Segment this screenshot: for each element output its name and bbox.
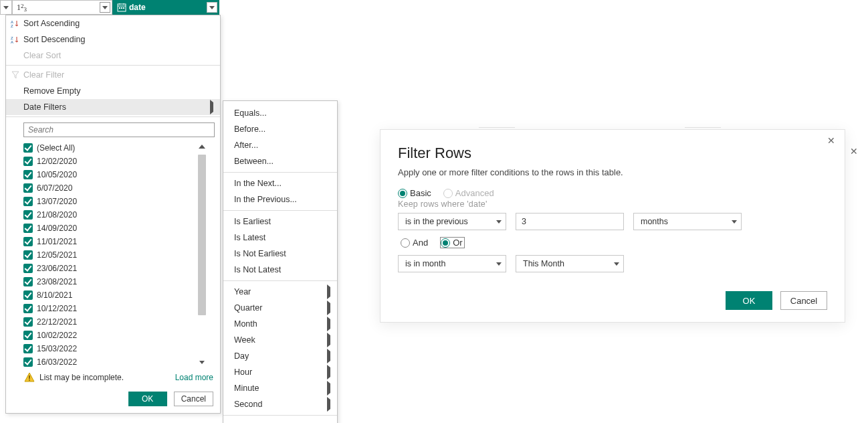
select-all-row[interactable]: (Select All): [23, 141, 207, 155]
list-item[interactable]: 13/07/2020: [23, 195, 207, 208]
filter-before[interactable]: Before...: [223, 121, 337, 137]
pane-close-icon[interactable]: ✕: [850, 146, 858, 157]
cond1-value-input[interactable]: 3: [516, 213, 624, 230]
column-header-row: 123 date: [0, 0, 219, 15]
column-date-dropdown[interactable]: [207, 2, 217, 13]
filter-custom[interactable]: Custom Filter...: [223, 418, 337, 423]
filter-is-latest[interactable]: Is Latest: [223, 230, 337, 246]
filter-equals[interactable]: Equals...: [223, 105, 337, 121]
chevron-right-icon: [327, 384, 330, 393]
scroll-thumb[interactable]: [198, 155, 206, 315]
chevron-right-icon: [327, 367, 330, 377]
checkbox-icon[interactable]: [23, 237, 33, 246]
checkbox-icon[interactable]: [23, 197, 33, 206]
filter-year[interactable]: Year: [223, 284, 337, 300]
load-more-link[interactable]: Load more: [175, 373, 213, 382]
column-index-dropdown[interactable]: [100, 2, 110, 13]
scroll-down-icon[interactable]: [197, 357, 207, 367]
checkbox-icon[interactable]: [23, 277, 33, 286]
svg-text:A: A: [11, 40, 13, 44]
filter-in-previous[interactable]: In the Previous...: [223, 191, 337, 207]
warning-text: List may be incomplete.: [39, 373, 124, 382]
filter-after[interactable]: After...: [223, 137, 337, 153]
checkbox-icon[interactable]: [23, 331, 33, 340]
ok-button[interactable]: OK: [128, 392, 167, 406]
checkbox-icon[interactable]: [23, 143, 33, 153]
list-item[interactable]: 6/07/2020: [23, 181, 207, 195]
list-item[interactable]: 22/12/2021: [23, 315, 207, 329]
cancel-button[interactable]: Cancel: [174, 392, 213, 406]
checkbox-icon[interactable]: [23, 290, 33, 300]
filter-quarter[interactable]: Quarter: [223, 300, 337, 316]
chevron-right-icon: [210, 102, 213, 112]
checkbox-icon[interactable]: [23, 250, 33, 260]
dialog-ok-button[interactable]: OK: [726, 291, 772, 310]
list-item[interactable]: 11/01/2021: [23, 235, 207, 248]
list-item[interactable]: 10/12/2021: [23, 302, 207, 315]
filter-month[interactable]: Month: [223, 316, 337, 332]
close-icon[interactable]: ✕: [826, 135, 837, 146]
dialog-cancel-button[interactable]: Cancel: [780, 291, 827, 310]
checkbox-icon[interactable]: [23, 157, 33, 166]
list-item[interactable]: 16/03/2022: [23, 355, 207, 367]
scroll-up-icon[interactable]: [197, 141, 207, 152]
list-item[interactable]: 12/05/2021: [23, 248, 207, 262]
mode-selector: Basic Advanced: [398, 188, 827, 198]
list-item[interactable]: 21/08/2020: [23, 208, 207, 222]
keep-rows-label: Keep rows where 'date': [398, 199, 827, 209]
calendar-icon: [117, 3, 126, 12]
checkbox-icon[interactable]: [23, 344, 33, 353]
sort-desc-icon: ZA: [10, 34, 21, 45]
checkbox-icon[interactable]: [23, 210, 33, 220]
checkbox-icon[interactable]: [23, 304, 33, 313]
checkbox-icon[interactable]: [23, 170, 33, 179]
cond2-value-select[interactable]: This Month: [516, 255, 624, 272]
filter-is-earliest[interactable]: Is Earliest: [223, 214, 337, 230]
remove-empty[interactable]: Remove Empty: [6, 83, 220, 99]
and-radio[interactable]: And: [401, 238, 428, 248]
scrollbar[interactable]: [197, 141, 207, 367]
date-filters[interactable]: Date Filters: [6, 99, 220, 115]
column-header-index[interactable]: 123: [12, 0, 112, 15]
filter-search[interactable]: [23, 122, 215, 137]
checkbox-icon[interactable]: [23, 264, 33, 273]
list-item[interactable]: 23/08/2021: [23, 275, 207, 288]
row-selector-header[interactable]: [0, 0, 12, 15]
filter-hour[interactable]: Hour: [223, 364, 337, 380]
cond1-unit-select[interactable]: months: [633, 213, 742, 230]
list-item[interactable]: 8/10/2021: [23, 288, 207, 302]
cond1-operator-select[interactable]: is in the previous: [398, 213, 506, 230]
svg-rect-6: [123, 7, 124, 9]
checkbox-icon[interactable]: [23, 224, 33, 233]
dialog-subtitle: Apply one or more filter conditions to t…: [398, 167, 827, 177]
checkbox-icon[interactable]: [23, 183, 33, 193]
filter-week[interactable]: Week: [223, 332, 337, 348]
dialog-title: Filter Rows: [398, 145, 827, 162]
filter-second[interactable]: Second: [223, 396, 337, 412]
basic-radio[interactable]: Basic: [398, 188, 431, 198]
checkbox-icon[interactable]: [23, 317, 33, 327]
checkbox-icon[interactable]: [23, 357, 33, 367]
sort-ascending[interactable]: AZ Sort Ascending: [6, 15, 220, 31]
list-item[interactable]: 15/03/2022: [23, 342, 207, 355]
or-radio[interactable]: Or: [440, 237, 464, 248]
list-item[interactable]: 14/09/2020: [23, 222, 207, 235]
and-or-selector: And Or: [401, 237, 827, 248]
list-item[interactable]: 23/06/2021: [23, 262, 207, 275]
column-filter-menu: AZ Sort Ascending ZA Sort Descending Cle…: [5, 15, 221, 414]
filter-is-not-latest[interactable]: Is Not Latest: [223, 262, 337, 278]
column-header-date[interactable]: date: [112, 0, 219, 15]
filter-day[interactable]: Day: [223, 348, 337, 364]
cond2-operator-select[interactable]: is in month: [398, 255, 506, 272]
list-item[interactable]: 10/05/2020: [23, 168, 207, 181]
search-input[interactable]: [24, 124, 214, 136]
radio-icon: [401, 238, 410, 248]
filter-between[interactable]: Between...: [223, 153, 337, 169]
filter-in-next[interactable]: In the Next...: [223, 175, 337, 191]
list-item[interactable]: 12/02/2020: [23, 155, 207, 168]
list-item[interactable]: 10/02/2022: [23, 329, 207, 342]
filter-minute[interactable]: Minute: [223, 380, 337, 396]
filter-is-not-earliest[interactable]: Is Not Earliest: [223, 246, 337, 262]
sort-descending[interactable]: ZA Sort Descending: [6, 31, 220, 48]
clear-sort: Clear Sort: [6, 48, 220, 64]
